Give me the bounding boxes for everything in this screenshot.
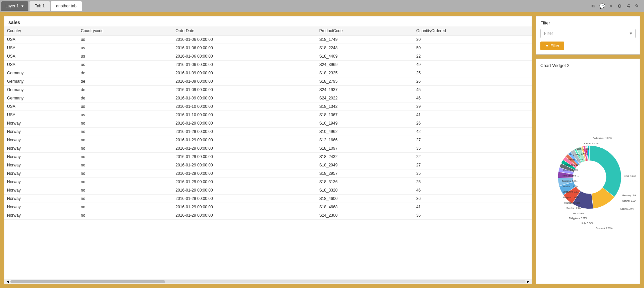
table-cell[interactable]: Norway	[4, 211, 78, 220]
table-cell: 46	[414, 94, 532, 102]
table-cell: S24_2300	[317, 211, 414, 220]
table-cell[interactable]: de	[78, 69, 173, 77]
table-cell[interactable]: Germany	[4, 86, 78, 94]
chart-segment[interactable]	[590, 145, 622, 197]
table-cell[interactable]: Germany	[4, 94, 78, 102]
table-cell[interactable]: USA	[4, 35, 78, 44]
table-cell[interactable]: USA	[4, 111, 78, 119]
comment-icon[interactable]: 💬	[599, 3, 605, 9]
table-cell[interactable]: Norway	[4, 186, 78, 195]
table-cell: 2016-01-06 00:00:00	[173, 61, 316, 69]
table-cell[interactable]: de	[78, 94, 173, 102]
table-cell[interactable]: us	[78, 52, 173, 61]
settings-icon[interactable]: ⚙	[616, 3, 623, 9]
scroll-track[interactable]	[10, 280, 526, 283]
table-row: Norwayno2016-01-29 00:00:00S18_460036	[4, 195, 532, 203]
table-cell: 45	[414, 86, 532, 94]
table-cell[interactable]: us	[78, 102, 173, 111]
table-cell[interactable]: no	[78, 153, 173, 161]
chart-widget-title: Chart Widget 2	[540, 63, 636, 68]
table-row: Germanyde2016-01-09 00:00:00S18_232525	[4, 69, 532, 77]
table-panel: sales Country Countrycode OrderDate Prod…	[4, 16, 532, 284]
table-cell[interactable]: no	[78, 119, 173, 128]
table-cell[interactable]: no	[78, 203, 173, 211]
table-cell: 2016-01-29 00:00:00	[173, 136, 316, 144]
table-cell: S18_2949	[317, 161, 414, 169]
table-cell[interactable]: Germany	[4, 77, 78, 86]
table-cell: 36	[414, 195, 532, 203]
table-title: sales	[4, 16, 532, 26]
table-cell[interactable]: Norway	[4, 161, 78, 169]
table-cell[interactable]: Norway	[4, 195, 78, 203]
col-orderdate: OrderDate	[173, 26, 316, 35]
table-cell[interactable]: Germany	[4, 69, 78, 77]
table-cell: 50	[414, 44, 532, 52]
chart-label: Philippines: 0.91%	[569, 217, 587, 220]
filter-select[interactable]: Filter	[540, 29, 636, 38]
filter-button[interactable]: ▼ Filter	[540, 42, 564, 50]
table-cell[interactable]: us	[78, 111, 173, 119]
table-cell: 2016-01-09 00:00:00	[173, 94, 316, 102]
chart-label: Italy: 3.84%	[582, 222, 593, 225]
table-cell[interactable]: no	[78, 195, 173, 203]
table-scroll-area[interactable]: Country Countrycode OrderDate ProductCod…	[4, 26, 532, 279]
table-cell: 2016-01-29 00:00:00	[173, 161, 316, 169]
table-cell[interactable]: no	[78, 178, 173, 186]
table-cell: 2016-01-29 00:00:00	[173, 186, 316, 195]
scroll-right-arrow[interactable]: ▶	[526, 280, 531, 283]
table-cell[interactable]: USA	[4, 102, 78, 111]
edit-icon[interactable]: ✎	[634, 3, 640, 9]
chart-label: Norway: 1.03%	[622, 200, 636, 202]
table-cell[interactable]: no	[78, 161, 173, 169]
table-cell[interactable]: USA	[4, 52, 78, 61]
table-cell: 27	[414, 161, 532, 169]
table-cell[interactable]: us	[78, 44, 173, 52]
table-cell[interactable]: no	[78, 128, 173, 136]
email-icon[interactable]: ✉	[590, 3, 596, 9]
table-body: USAus2016-01-06 00:00:00S18_174930USAus2…	[4, 35, 532, 220]
table-row: USAus2016-01-06 00:00:00S18_174930	[4, 35, 532, 44]
table-cell[interactable]: no	[78, 136, 173, 144]
table-cell[interactable]: Norway	[4, 203, 78, 211]
table-cell[interactable]: us	[78, 35, 173, 44]
table-cell[interactable]: Norway	[4, 119, 78, 128]
table-row: Norwayno2016-01-29 00:00:00S18_466841	[4, 203, 532, 211]
scroll-left-arrow[interactable]: ◀	[5, 280, 10, 283]
table-cell[interactable]: Norway	[4, 136, 78, 144]
layer-tab[interactable]: Layer 1 ▼	[1, 1, 28, 11]
table-cell[interactable]: USA	[4, 44, 78, 52]
tab-1[interactable]: Tab 1	[30, 1, 50, 11]
table-cell[interactable]: Norway	[4, 153, 78, 161]
table-cell: 42	[414, 128, 532, 136]
table-cell: 46	[414, 186, 532, 195]
table-cell: S12_1666	[317, 136, 414, 144]
table-cell: S18_4668	[317, 203, 414, 211]
table-cell: 2016-01-29 00:00:00	[173, 119, 316, 128]
table-cell: 39	[414, 102, 532, 111]
table-cell[interactable]: no	[78, 169, 173, 178]
table-cell[interactable]: us	[78, 61, 173, 69]
main-content: sales Country Countrycode OrderDate Prod…	[0, 12, 644, 288]
table-cell: 2016-01-29 00:00:00	[173, 178, 316, 186]
table-cell[interactable]: de	[78, 77, 173, 86]
table-cell[interactable]: no	[78, 144, 173, 153]
chart-label: Sweden: 1.9%	[567, 207, 581, 209]
table-cell[interactable]: Norway	[4, 128, 78, 136]
table-cell[interactable]: USA	[4, 61, 78, 69]
donut-chart-svg: USA: 33.85%Germany: 2.04%Norway: 1.03%Sp…	[540, 71, 636, 278]
tab-another[interactable]: another tab	[51, 1, 82, 11]
table-cell[interactable]: de	[78, 86, 173, 94]
table-cell: S10_1949	[317, 119, 414, 128]
print-icon[interactable]: 🖨	[625, 3, 631, 9]
table-row: USAus2016-01-10 00:00:00S18_136741	[4, 111, 532, 119]
tab-bar-icons: ✉ 💬 ✕ ⚙ 🖨 ✎	[590, 3, 643, 9]
close-icon[interactable]: ✕	[608, 3, 614, 9]
table-cell[interactable]: Norway	[4, 178, 78, 186]
table-cell[interactable]: Norway	[4, 144, 78, 153]
table-cell[interactable]: no	[78, 211, 173, 220]
table-cell[interactable]: no	[78, 186, 173, 195]
horizontal-scrollbar[interactable]: ◀ ▶	[4, 279, 532, 284]
scroll-thumb[interactable]	[10, 280, 165, 283]
table-cell[interactable]: Norway	[4, 169, 78, 178]
chart-widget: Chart Widget 2 USA: 33.85%Germany: 2.04%…	[536, 59, 640, 284]
